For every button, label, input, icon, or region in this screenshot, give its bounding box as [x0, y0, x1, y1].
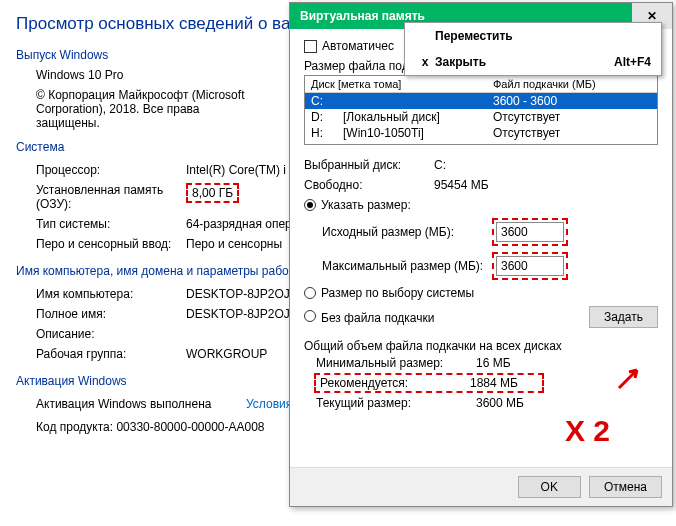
dialog-title: Виртуальная память — [300, 9, 425, 23]
copyright: © Корпорация Майкрософт (Microsoft Corpo… — [16, 88, 266, 130]
pcname-label: Имя компьютера: — [36, 287, 186, 301]
current-size-label: Текущий размер: — [316, 396, 476, 410]
cpu-value: Intel(R) Core(TM) i — [186, 163, 286, 177]
initial-size-label: Исходный размер (МБ): — [322, 225, 492, 239]
recommended-label: Рекомендуется: — [320, 376, 470, 390]
selected-drive-value: C: — [434, 158, 446, 172]
ram-value: 8,00 ГБ — [186, 183, 239, 203]
current-size-value: 3600 МБ — [476, 396, 524, 410]
max-size-label: Максимальный размер (МБ): — [322, 259, 492, 273]
cancel-button[interactable]: Отмена — [589, 476, 662, 498]
max-size-input[interactable] — [496, 256, 564, 276]
virtual-memory-dialog: Виртуальная память ✕ Автоматичес Размер … — [289, 2, 673, 507]
fullname-label: Полное имя: — [36, 307, 186, 321]
free-space-value: 95454 МБ — [434, 178, 489, 192]
pcname-value: DESKTOP-8JP2OJT — [186, 287, 297, 301]
system-menu: Переместить xЗакрытьAlt+F4 — [404, 22, 662, 76]
disk-col-pagefile: Файл подкачки (МБ) — [487, 76, 602, 92]
ram-label: Установленная память (ОЗУ): — [36, 183, 186, 211]
close-icon: x — [415, 55, 435, 69]
radio-icon — [304, 199, 316, 211]
workgroup-value: WORKGROUP — [186, 347, 267, 361]
group-total: Общий объем файла подкачки на всех диска… — [304, 339, 658, 353]
checkbox-icon — [304, 40, 317, 53]
menu-item-close[interactable]: xЗакрытьAlt+F4 — [405, 49, 661, 75]
auto-manage-label: Автоматичес — [322, 39, 394, 53]
system-type-value: 64-разрядная опер — [186, 217, 292, 231]
system-managed-radio[interactable]: Размер по выбору системы — [304, 283, 658, 303]
disk-list[interactable]: Диск [метка тома] Файл подкачки (МБ) C:3… — [304, 75, 658, 145]
min-size-value: 16 МБ — [476, 356, 511, 370]
ok-button[interactable]: OK — [518, 476, 581, 498]
menu-item-move[interactable]: Переместить — [405, 23, 661, 49]
no-paging-file-radio[interactable]: Без файла подкачкиЗадать — [304, 303, 658, 331]
radio-icon — [304, 310, 316, 322]
initial-size-input[interactable] — [496, 222, 564, 242]
menu-hotkey: Alt+F4 — [614, 55, 651, 69]
pen-value: Перо и сенсорны — [186, 237, 282, 251]
recommended-value: 1884 МБ — [470, 376, 518, 390]
description-label: Описание: — [36, 327, 186, 341]
set-button[interactable]: Задать — [589, 306, 658, 328]
cpu-label: Процессор: — [36, 163, 186, 177]
activation-status: Активация Windows выполнена — [36, 397, 246, 411]
annotation-x2: X 2 — [565, 414, 610, 448]
disk-row[interactable]: C:3600 - 3600 — [305, 93, 657, 109]
disk-col-drive: Диск [метка тома] — [305, 76, 487, 92]
radio-icon — [304, 287, 316, 299]
disk-row[interactable]: H:[Win10-1050Ti]Отсутствует — [305, 125, 657, 141]
system-type-label: Тип системы: — [36, 217, 186, 231]
pen-label: Перо и сенсорный ввод: — [36, 237, 186, 251]
min-size-label: Минимальный размер: — [316, 356, 476, 370]
annotation-arrow-icon — [615, 362, 645, 392]
selected-drive-label: Выбранный диск: — [304, 158, 434, 172]
custom-size-radio[interactable]: Указать размер: — [304, 195, 658, 215]
free-space-label: Свободно: — [304, 178, 434, 192]
workgroup-label: Рабочая группа: — [36, 347, 186, 361]
fullname-value: DESKTOP-8JP2OJT — [186, 307, 297, 321]
disk-row[interactable]: D:[Локальный диск]Отсутствует — [305, 109, 657, 125]
